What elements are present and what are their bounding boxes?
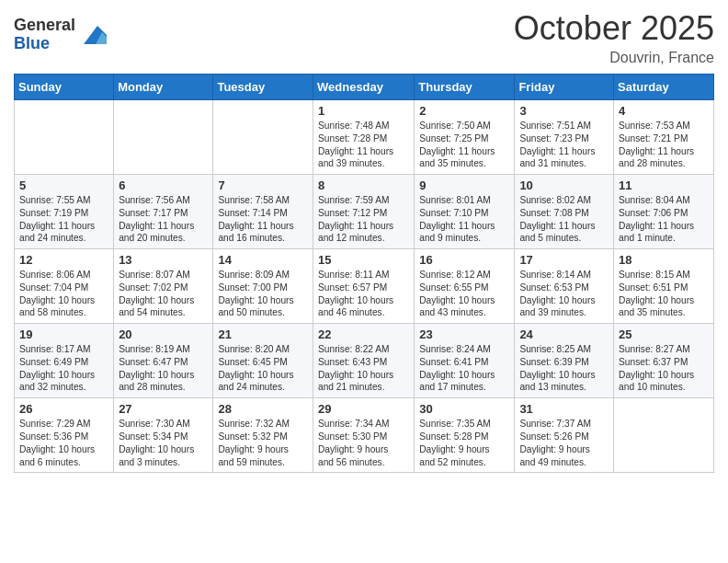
day-number: 27: [119, 402, 208, 416]
day-cell: 21Sunrise: 8:20 AM Sunset: 6:45 PM Dayli…: [213, 324, 313, 398]
logo: General Blue: [14, 17, 107, 53]
day-number: 23: [419, 327, 509, 341]
day-content: Sunrise: 8:20 AM Sunset: 6:45 PM Dayligh…: [218, 343, 308, 394]
day-number: 11: [619, 178, 709, 192]
day-content: Sunrise: 7:59 AM Sunset: 7:12 PM Dayligh…: [318, 194, 409, 245]
day-number: 15: [318, 253, 409, 267]
location: Douvrin, France: [514, 50, 714, 66]
day-cell: 23Sunrise: 8:24 AM Sunset: 6:41 PM Dayli…: [415, 324, 515, 398]
day-number: 1: [318, 104, 409, 118]
day-number: 19: [19, 327, 108, 341]
day-cell: 2Sunrise: 7:50 AM Sunset: 7:25 PM Daylig…: [415, 100, 515, 175]
day-number: 28: [218, 402, 308, 416]
day-cell: 29Sunrise: 7:34 AM Sunset: 5:30 PM Dayli…: [313, 398, 415, 473]
day-content: Sunrise: 8:11 AM Sunset: 6:57 PM Dayligh…: [318, 269, 409, 319]
day-cell: [614, 398, 714, 473]
day-content: Sunrise: 8:25 AM Sunset: 6:39 PM Dayligh…: [519, 343, 609, 394]
day-cell: 27Sunrise: 7:30 AM Sunset: 5:34 PM Dayli…: [114, 398, 213, 473]
day-cell: [15, 100, 114, 175]
day-number: 21: [218, 327, 308, 341]
day-cell: 6Sunrise: 7:56 AM Sunset: 7:17 PM Daylig…: [114, 175, 213, 249]
day-number: 30: [419, 402, 509, 416]
day-number: 5: [19, 178, 108, 192]
week-row-4: 19Sunrise: 8:17 AM Sunset: 6:49 PM Dayli…: [15, 324, 714, 398]
day-cell: 3Sunrise: 7:51 AM Sunset: 7:23 PM Daylig…: [515, 100, 614, 175]
day-number: 12: [19, 253, 108, 267]
day-number: 16: [419, 253, 509, 267]
day-cell: 26Sunrise: 7:29 AM Sunset: 5:36 PM Dayli…: [15, 398, 114, 473]
day-cell: [114, 100, 213, 175]
day-cell: [213, 100, 313, 175]
day-number: 3: [519, 104, 609, 118]
day-cell: 13Sunrise: 8:07 AM Sunset: 7:02 PM Dayli…: [114, 249, 213, 324]
day-content: Sunrise: 7:37 AM Sunset: 5:26 PM Dayligh…: [519, 418, 609, 468]
day-content: Sunrise: 7:58 AM Sunset: 7:14 PM Dayligh…: [218, 194, 308, 245]
day-number: 2: [419, 104, 509, 118]
day-cell: 19Sunrise: 8:17 AM Sunset: 6:49 PM Dayli…: [15, 324, 114, 398]
day-content: Sunrise: 8:06 AM Sunset: 7:04 PM Dayligh…: [19, 269, 108, 319]
day-cell: 20Sunrise: 8:19 AM Sunset: 6:47 PM Dayli…: [114, 324, 213, 398]
day-number: 20: [119, 327, 208, 341]
calendar-table: SundayMondayTuesdayWednesdayThursdayFrid…: [14, 74, 714, 473]
day-content: Sunrise: 8:17 AM Sunset: 6:49 PM Dayligh…: [19, 343, 108, 394]
week-row-2: 5Sunrise: 7:55 AM Sunset: 7:19 PM Daylig…: [15, 175, 714, 249]
day-number: 14: [218, 253, 308, 267]
day-cell: 14Sunrise: 8:09 AM Sunset: 7:00 PM Dayli…: [213, 249, 313, 324]
day-cell: 15Sunrise: 8:11 AM Sunset: 6:57 PM Dayli…: [313, 249, 415, 324]
weekday-header-saturday: Saturday: [614, 75, 714, 100]
weekday-header-friday: Friday: [515, 75, 614, 100]
day-content: Sunrise: 7:32 AM Sunset: 5:32 PM Dayligh…: [218, 418, 308, 468]
day-cell: 18Sunrise: 8:15 AM Sunset: 6:51 PM Dayli…: [614, 249, 714, 324]
day-number: 26: [19, 402, 108, 416]
month-title: October 2025: [514, 9, 714, 48]
day-content: Sunrise: 8:07 AM Sunset: 7:02 PM Dayligh…: [119, 269, 208, 319]
day-cell: 12Sunrise: 8:06 AM Sunset: 7:04 PM Dayli…: [15, 249, 114, 324]
day-content: Sunrise: 8:01 AM Sunset: 7:10 PM Dayligh…: [419, 194, 509, 245]
day-content: Sunrise: 7:48 AM Sunset: 7:28 PM Dayligh…: [318, 120, 409, 170]
day-content: Sunrise: 7:56 AM Sunset: 7:17 PM Dayligh…: [119, 194, 208, 245]
day-number: 13: [119, 253, 208, 267]
day-cell: 31Sunrise: 7:37 AM Sunset: 5:26 PM Dayli…: [515, 398, 614, 473]
weekday-header-tuesday: Tuesday: [213, 75, 313, 100]
day-content: Sunrise: 7:53 AM Sunset: 7:21 PM Dayligh…: [619, 120, 709, 170]
week-row-3: 12Sunrise: 8:06 AM Sunset: 7:04 PM Dayli…: [15, 249, 714, 324]
day-content: Sunrise: 8:24 AM Sunset: 6:41 PM Dayligh…: [419, 343, 509, 394]
day-number: 18: [619, 253, 709, 267]
day-content: Sunrise: 8:15 AM Sunset: 6:51 PM Dayligh…: [619, 269, 709, 319]
day-cell: 28Sunrise: 7:32 AM Sunset: 5:32 PM Dayli…: [213, 398, 313, 473]
day-cell: 17Sunrise: 8:14 AM Sunset: 6:53 PM Dayli…: [515, 249, 614, 324]
day-number: 22: [318, 327, 409, 341]
day-cell: 9Sunrise: 8:01 AM Sunset: 7:10 PM Daylig…: [415, 175, 515, 249]
day-cell: 1Sunrise: 7:48 AM Sunset: 7:28 PM Daylig…: [313, 100, 415, 175]
day-content: Sunrise: 8:19 AM Sunset: 6:47 PM Dayligh…: [119, 343, 208, 394]
day-cell: 8Sunrise: 7:59 AM Sunset: 7:12 PM Daylig…: [313, 175, 415, 249]
day-content: Sunrise: 8:09 AM Sunset: 7:00 PM Dayligh…: [218, 269, 308, 319]
logo-text: General Blue: [14, 17, 75, 53]
logo-general-text: General: [14, 16, 75, 34]
day-cell: 22Sunrise: 8:22 AM Sunset: 6:43 PM Dayli…: [313, 324, 415, 398]
day-cell: 16Sunrise: 8:12 AM Sunset: 6:55 PM Dayli…: [415, 249, 515, 324]
day-number: 17: [519, 253, 609, 267]
day-number: 31: [519, 402, 609, 416]
day-cell: 30Sunrise: 7:35 AM Sunset: 5:28 PM Dayli…: [415, 398, 515, 473]
day-number: 29: [318, 402, 409, 416]
day-content: Sunrise: 7:29 AM Sunset: 5:36 PM Dayligh…: [19, 418, 108, 468]
weekday-header-sunday: Sunday: [15, 75, 114, 100]
week-row-5: 26Sunrise: 7:29 AM Sunset: 5:36 PM Dayli…: [15, 398, 714, 473]
day-content: Sunrise: 7:35 AM Sunset: 5:28 PM Dayligh…: [419, 418, 509, 468]
logo-icon: [79, 21, 107, 49]
day-number: 6: [119, 178, 208, 192]
day-content: Sunrise: 7:30 AM Sunset: 5:34 PM Dayligh…: [119, 418, 208, 468]
day-cell: 10Sunrise: 8:02 AM Sunset: 7:08 PM Dayli…: [515, 175, 614, 249]
page-header: General Blue October 2025 Douvrin, Franc…: [14, 9, 714, 66]
day-content: Sunrise: 8:27 AM Sunset: 6:37 PM Dayligh…: [619, 343, 709, 394]
day-content: Sunrise: 7:50 AM Sunset: 7:25 PM Dayligh…: [419, 120, 509, 170]
day-content: Sunrise: 7:51 AM Sunset: 7:23 PM Dayligh…: [519, 120, 609, 170]
day-number: 9: [419, 178, 509, 192]
day-content: Sunrise: 8:02 AM Sunset: 7:08 PM Dayligh…: [519, 194, 609, 245]
day-cell: 4Sunrise: 7:53 AM Sunset: 7:21 PM Daylig…: [614, 100, 714, 175]
weekday-header-monday: Monday: [114, 75, 213, 100]
weekday-header-row: SundayMondayTuesdayWednesdayThursdayFrid…: [15, 75, 714, 100]
weekday-header-wednesday: Wednesday: [313, 75, 415, 100]
weekday-header-thursday: Thursday: [415, 75, 515, 100]
